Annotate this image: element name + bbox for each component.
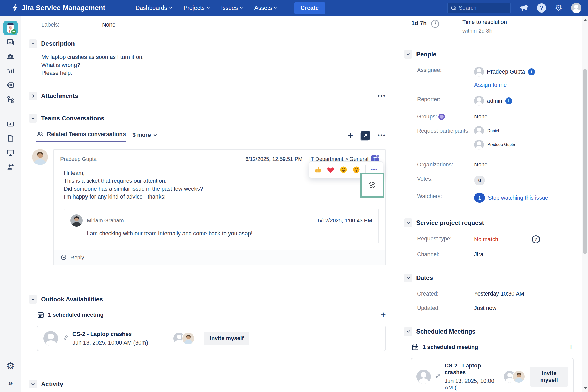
settings-gear-icon[interactable]: ⚙ (6, 361, 15, 371)
assign-to-me-link[interactable]: Assign to me (474, 82, 507, 88)
collapse-meetings-button[interactable] (404, 327, 412, 336)
chevron-down-icon (31, 382, 35, 385)
conversation-actions: + ••• (348, 131, 386, 142)
top-navbar: Jira Service Management Dashboards Proje… (0, 0, 588, 16)
meeting-title[interactable]: CS-2 - Laptop crashes (72, 331, 148, 337)
sidebar-bottom: ⚙ » (6, 361, 15, 392)
collapse-description-button[interactable] (29, 39, 37, 48)
message-author[interactable]: Pradeep Gupta (60, 156, 96, 162)
description-line: Please help. (41, 69, 386, 77)
conversation-card: Pradeep Gupta 6/12/2025, 12:59:51 PM IT … (53, 149, 386, 265)
collapse-teams-button[interactable] (29, 114, 37, 123)
collapse-dates-button[interactable] (404, 274, 412, 282)
heart-reaction-icon[interactable] (327, 166, 335, 174)
participant-row[interactable]: Daniel (474, 126, 515, 136)
author-avatar[interactable] (32, 149, 48, 165)
collapse-people-button[interactable] (404, 50, 412, 59)
expand-sidebar-icon[interactable]: » (8, 378, 13, 387)
gear-icon[interactable]: ⚙ (555, 4, 562, 12)
menu-dashboards[interactable]: Dashboards (136, 5, 172, 11)
reporter-value[interactable]: admin i (474, 94, 512, 106)
reply-author[interactable]: Miriam Graham (87, 217, 124, 224)
participant-row[interactable]: Pradeep Gupta (474, 140, 515, 150)
menu-assets[interactable]: Assets (254, 5, 276, 11)
open-in-teams-button[interactable] (361, 131, 370, 140)
customers-icon[interactable] (3, 50, 18, 63)
question-mark-icon[interactable]: ? (532, 235, 540, 243)
reply-button[interactable]: Reply (54, 250, 385, 265)
reply-author-avatar[interactable] (70, 214, 83, 227)
create-button[interactable]: Create (294, 2, 325, 14)
page-scrollbar[interactable] (582, 16, 588, 392)
more-reactions-menu[interactable]: ••• (371, 167, 378, 173)
meeting-card[interactable]: CS-2 - Laptop crashes Jun 13, 2025, 10:0… (37, 326, 386, 351)
invite-people-icon[interactable] (3, 160, 18, 174)
menu-projects[interactable]: Projects (183, 5, 209, 11)
collapse-service-request-button[interactable] (404, 218, 412, 227)
meeting-title[interactable]: CS-2 - Laptop crashes (445, 362, 497, 376)
expand-attachments-button[interactable] (29, 92, 37, 100)
info-icon[interactable]: i (505, 97, 512, 104)
invite-myself-button[interactable]: Invite myself (530, 367, 568, 387)
invite-myself-button[interactable]: Invite myself (204, 332, 249, 345)
more-conversations-dropdown[interactable]: 3 more (132, 132, 156, 141)
reply-timestamp: 6/12/2025, 1:00:43 PM (318, 217, 372, 224)
scrollbar-thumb[interactable] (583, 69, 587, 254)
stop-watching-link[interactable]: Stop watching this issue (488, 194, 548, 201)
reports-icon[interactable] (3, 64, 18, 78)
queues-icon[interactable] (3, 36, 18, 49)
megaphone-icon[interactable] (520, 4, 528, 12)
reply-text: I am checking with our team internally a… (87, 230, 372, 237)
add-meeting-button[interactable]: + (381, 310, 386, 320)
message-line: Did someone has a similar issue in the p… (64, 185, 379, 193)
surprised-reaction-icon[interactable] (352, 166, 360, 174)
document-icon[interactable] (3, 132, 18, 145)
created-field: Created: Yesterday 10:30 AM (417, 289, 574, 297)
project-avatar[interactable] (3, 21, 18, 35)
chevron-down-icon (31, 116, 35, 119)
votes-field: Votes: 0 (417, 174, 574, 185)
attachments-title: Attachments (41, 92, 78, 100)
meeting-card[interactable]: CS-2 - Laptop crashes Jun 13, 2025, 10:0… (411, 358, 574, 392)
collapse-outlook-button[interactable] (29, 295, 37, 304)
votes-count[interactable]: 0 (474, 176, 485, 185)
scroll-down-arrow[interactable] (584, 387, 587, 389)
organizations-field: Organizations: None (417, 160, 574, 168)
laughing-reaction-icon[interactable] (340, 166, 347, 174)
thumbs-up-reaction-icon[interactable] (314, 166, 322, 174)
unlink-conversation-button[interactable] (360, 173, 384, 198)
attendee-avatars (173, 332, 195, 345)
chevron-down-icon (240, 6, 243, 9)
watchers-count[interactable]: 1 (474, 193, 485, 203)
conversation-thread: Pradeep Gupta 6/12/2025, 12:59:51 PM IT … (32, 149, 386, 265)
app-logo[interactable]: Jira Service Management (12, 4, 105, 12)
services-tree-icon[interactable] (3, 93, 18, 106)
tab-related-teams-conversations[interactable]: Related Teams conversations (36, 130, 126, 142)
meeting-count-label: 1 scheduled meeting (48, 312, 104, 318)
views-icon[interactable] (3, 79, 18, 92)
add-meeting-button[interactable]: + (568, 342, 574, 352)
updated-label: Updated: (417, 303, 474, 311)
add-shortcut-icon[interactable] (3, 117, 18, 131)
monitor-icon[interactable] (3, 146, 18, 159)
user-avatar[interactable] (571, 3, 581, 13)
conversation-more-menu[interactable]: ••• (378, 132, 386, 139)
meeting-count-row: 1 scheduled meeting + (37, 310, 386, 320)
page-shell: ⚙ » Labels: None Description My laptop c… (0, 16, 588, 392)
search-input[interactable] (459, 5, 507, 11)
info-icon[interactable]: i (528, 68, 535, 75)
scroll-up-arrow[interactable] (584, 19, 587, 21)
description-section: Description My laptop crashes as soon as… (29, 39, 386, 77)
help-icon[interactable]: ? (537, 3, 546, 13)
participant-avatar (474, 140, 484, 150)
description-body[interactable]: My laptop crashes as soon as I turn it o… (41, 53, 386, 77)
clock-icon[interactable] (430, 19, 440, 30)
labels-value[interactable]: None (102, 21, 116, 28)
search-box[interactable] (447, 3, 511, 13)
activity-title: Activity (41, 381, 63, 388)
assignee-value[interactable]: Pradeep Gupta i (474, 65, 535, 77)
collapse-activity-button[interactable] (29, 380, 37, 388)
add-conversation-button[interactable]: + (348, 131, 353, 140)
attachments-more-menu[interactable]: ••• (378, 93, 386, 99)
menu-issues[interactable]: Issues (221, 5, 242, 11)
